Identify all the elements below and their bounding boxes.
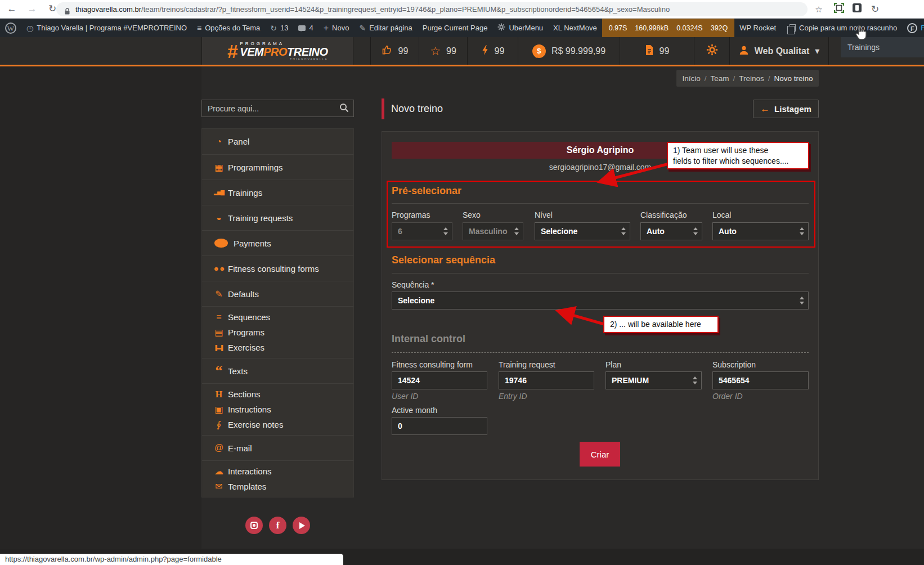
sequencia-select[interactable]: Selecione	[392, 292, 809, 310]
documents-stat[interactable]: 99	[620, 37, 694, 65]
sidebar-item-label: Exercises	[228, 343, 264, 352]
perf-time: 0.97S	[609, 24, 627, 32]
bookmark-star-icon[interactable]: ☆	[812, 3, 826, 16]
inbox-icon: ◒	[212, 213, 226, 223]
sidebar-item-sequences[interactable]: ≡Sequences	[202, 310, 353, 325]
criar-button[interactable]: Criar	[580, 442, 620, 467]
admin-bar-new[interactable]: +Novo	[319, 19, 355, 37]
notes-extension-icon[interactable]	[850, 3, 864, 16]
fitness-form-label: Fitness consulting form	[392, 360, 473, 369]
wp-logo-menu[interactable]: W	[0, 19, 21, 37]
favorites-stat[interactable]: ☆ 99	[419, 37, 467, 65]
sidebar-item-fitness-consulting-forms[interactable]: ☻☻Fitness consulting forms	[202, 255, 353, 281]
youtube-link[interactable]	[293, 517, 310, 534]
active-month-input[interactable]	[392, 417, 487, 435]
instagram-icon	[250, 522, 258, 529]
sidebar-item-label: Instructions	[228, 405, 271, 414]
classificacao-select[interactable]: Auto	[640, 222, 702, 240]
settings-button[interactable]	[694, 37, 729, 65]
breadcrumb-treinos[interactable]: Treinos	[739, 74, 764, 83]
sidebar-item-exercise-notes[interactable]: ∮Exercise notes	[202, 417, 353, 432]
admin-bar-ubermenu[interactable]: UberMenu	[492, 19, 548, 37]
youtube-icon	[299, 522, 305, 529]
thumbs-up-icon	[382, 44, 393, 58]
preselect-heading: Pré-selecionar	[392, 185, 461, 197]
quote-icon: “	[212, 368, 226, 374]
hand-cursor-icon	[854, 25, 868, 43]
nivel-select[interactable]: Selecione	[535, 222, 630, 240]
internal-control-heading: Internal control	[392, 333, 465, 345]
admin-bar-edit-page[interactable]: ✎Editar página	[354, 19, 417, 37]
sidebar-item-defaults[interactable]: ✎Defaults	[202, 281, 353, 306]
book-icon: ▣	[212, 404, 226, 415]
browser-back-button[interactable]: ←	[5, 2, 19, 16]
instagram-link[interactable]	[245, 517, 263, 534]
edit-page-label: Editar página	[369, 24, 412, 32]
plan-label: Plan	[605, 360, 621, 369]
calendar-icon: ▦	[212, 162, 226, 173]
admin-bar-performance[interactable]: 0.97S 160,998kB 0.0324S 392Q	[602, 19, 735, 37]
submenu-item-trainings[interactable]: Trainings	[847, 43, 880, 52]
spinner-icon	[800, 297, 804, 304]
sidebar-item-email[interactable]: @E-mail	[202, 435, 353, 460]
plan-select[interactable]: PREMIUM	[605, 371, 702, 389]
facebook-link[interactable]: f	[269, 517, 286, 534]
admin-bar-comments[interactable]: 4	[293, 19, 318, 37]
training-request-input[interactable]	[499, 371, 594, 389]
sidebar-item-interactions[interactable]: ☁Interactions	[202, 464, 353, 479]
sidebar-item-programmings[interactable]: ▦Programmings	[202, 154, 353, 180]
admin-bar-theme-options[interactable]: ≡Opções do Tema	[192, 19, 265, 37]
breadcrumb-team[interactable]: Team	[710, 74, 729, 83]
admin-bar-copy-draft[interactable]: Copie para um novo rascunho	[781, 19, 902, 37]
likes-stat[interactable]: 99	[370, 37, 419, 65]
at-icon: @	[212, 443, 226, 453]
sidebar-item-exercises[interactable]: ▐▬▌Exercises	[202, 340, 353, 355]
sidebar-item-programs[interactable]: ▤Programs	[202, 325, 353, 340]
local-select[interactable]: Auto	[712, 222, 809, 240]
sidebar-item-templates[interactable]: ✉Templates	[202, 479, 353, 494]
site-logo[interactable]: # PROGRAMA VEMPROTREINO THIAGOVARELLA	[201, 37, 353, 65]
comments-icon: ☁	[212, 466, 226, 477]
user-icon	[739, 45, 749, 57]
account-menu[interactable]: Web Qualitat ▾	[729, 37, 829, 65]
refresh-extension-icon[interactable]: ↻	[868, 3, 882, 16]
programas-select[interactable]: 6	[392, 222, 452, 240]
divider	[392, 273, 809, 273]
sexo-select[interactable]: Masculino	[463, 222, 523, 240]
sidebar-item-trainings[interactable]: ▂▅▇Trainings	[202, 180, 353, 205]
subscription-input[interactable]	[712, 371, 809, 389]
likes-count: 99	[398, 46, 409, 56]
sidebar-item-payments[interactable]: $Payments	[202, 230, 353, 255]
admin-bar-site-name[interactable]: ◷Thiago Varella | Programa #VEMPROTREINO	[21, 19, 192, 37]
energy-stat[interactable]: 99	[467, 37, 518, 65]
admin-bar-formidable[interactable]: FFormid...	[902, 19, 924, 37]
url-bar[interactable]: thiagovarella.com.br/team/treinos/cadast…	[56, 2, 808, 16]
admin-bar-xl-nextmove[interactable]: XL NextMove	[548, 19, 602, 37]
spinner-icon	[514, 227, 519, 235]
search-input[interactable]	[201, 100, 354, 117]
new-label: Novo	[332, 24, 349, 32]
admin-bar-wp-rocket[interactable]: WP Rocket	[734, 19, 781, 37]
formidable-submenu: Trainings	[841, 37, 924, 57]
search-icon[interactable]	[339, 103, 349, 115]
listagem-button[interactable]: ← Listagem	[753, 100, 819, 118]
sidebar-item-instructions[interactable]: ▣Instructions	[202, 402, 353, 417]
note-1-line-1: 1) Team user will use these	[673, 145, 803, 156]
local-value: Auto	[719, 227, 737, 236]
gears-icon	[497, 23, 505, 33]
sidebar-item-texts[interactable]: “Texts	[202, 358, 353, 383]
dollar-badge-icon: $	[214, 239, 228, 248]
admin-bar-updates[interactable]: ↻13	[265, 19, 293, 37]
sidebar-item-training-requests[interactable]: ◒Training requests	[202, 205, 353, 230]
frame-capture-extension-icon[interactable]	[832, 3, 846, 16]
breadcrumb-home[interactable]: Início	[682, 74, 700, 83]
admin-bar-purge-page[interactable]: Purge Current Page	[418, 19, 493, 37]
site-name-label: Thiago Varella | Programa #VEMPROTREINO	[37, 24, 187, 32]
money-stat[interactable]: $ R$ 99.999,99	[518, 37, 620, 65]
sidebar-item-label: Panel	[228, 137, 249, 146]
sidebar-item-label: Payments	[234, 239, 271, 248]
sidebar-item-panel[interactable]: ◔Panel	[202, 129, 353, 154]
spinner-icon	[693, 227, 698, 235]
sidebar-item-sections[interactable]: HSections	[202, 387, 353, 402]
fitness-form-input[interactable]	[392, 371, 487, 389]
